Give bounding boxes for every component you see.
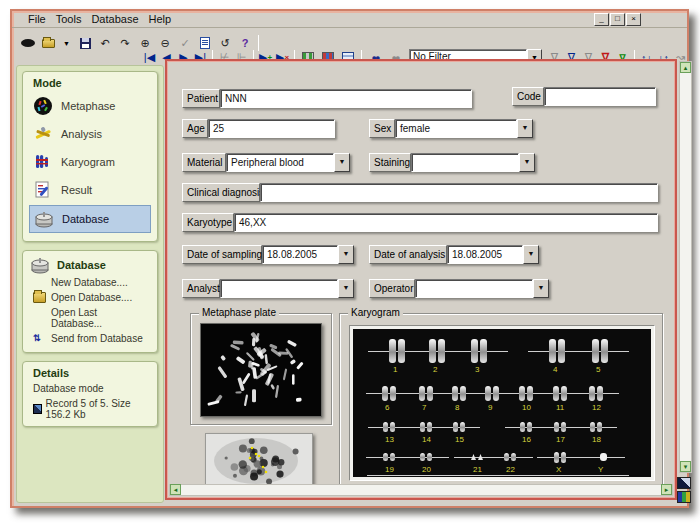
chromosome-pair[interactable] [554, 422, 566, 432]
minimize-button[interactable]: _ [594, 13, 609, 26]
chromosome [390, 422, 395, 432]
open-last-database-link[interactable]: Open Last Database... [29, 305, 151, 331]
sidebar-item-analysis[interactable]: Analysis [29, 121, 151, 147]
open-folder-icon[interactable] [39, 34, 57, 52]
chromosome [561, 452, 566, 463]
chromosome-pair[interactable] [504, 453, 516, 461]
chromosome [471, 454, 476, 460]
db-item-label: Send from Database [51, 333, 143, 344]
undo-icon[interactable]: ↶ [96, 34, 114, 52]
menu-help[interactable]: Help [149, 13, 172, 25]
chevron-down-icon[interactable]: ▼ [517, 119, 533, 138]
clinical-diagnosis-input[interactable] [260, 183, 658, 202]
age-input[interactable]: 25 [208, 119, 335, 138]
horizontal-scrollbar[interactable]: ◂ ▸ [169, 484, 673, 496]
scroll-up-icon[interactable]: ▴ [680, 62, 691, 73]
analyst-combo-value[interactable] [220, 279, 338, 298]
chromosome-pair[interactable] [420, 453, 432, 461]
code-input[interactable] [544, 87, 656, 106]
chevron-down-icon[interactable]: ▼ [533, 279, 549, 298]
menu-file[interactable]: File [28, 13, 46, 25]
sidebar-item-metaphase[interactable]: Metaphase [29, 93, 151, 119]
app-corner-icon[interactable] [677, 477, 691, 489]
chromosome [438, 339, 445, 363]
patient-input[interactable]: NNN [220, 89, 472, 108]
save-icon[interactable] [76, 34, 94, 52]
material-combo[interactable]: Peripheral blood ▼ [226, 153, 350, 172]
staining-combo[interactable]: ▼ [411, 153, 535, 172]
chromosome-pair[interactable] [429, 339, 445, 363]
metaphase-inverted-svg [206, 434, 312, 488]
chromosome [471, 339, 478, 363]
chromosome-pair[interactable] [554, 452, 566, 463]
material-combo-value[interactable]: Peripheral blood [226, 153, 334, 172]
close-button[interactable]: × [626, 13, 641, 26]
menu-database[interactable]: Database [91, 13, 138, 25]
date-of-analysis-value[interactable]: 18.08.2005 [447, 245, 523, 264]
sidebar-item-karyogram[interactable]: Karyogram [29, 149, 151, 175]
redo-icon[interactable]: ↷ [116, 34, 134, 52]
scroll-down-icon[interactable]: ▾ [680, 461, 691, 472]
analyst-combo[interactable]: ▼ [220, 279, 354, 298]
operator-combo-value[interactable] [415, 279, 533, 298]
chromosome-pair[interactable] [420, 422, 432, 432]
chromosome-pair[interactable] [383, 422, 395, 432]
chromosome-pair[interactable] [452, 386, 466, 401]
chromosome-pair[interactable] [471, 339, 487, 363]
sidebar-item-result[interactable]: Result [29, 177, 151, 203]
chromosome-pair[interactable] [519, 386, 533, 401]
open-database-link[interactable]: Open Database.... [29, 290, 151, 305]
operator-combo[interactable]: ▼ [415, 279, 549, 298]
sex-combo[interactable]: female ▼ [395, 119, 533, 138]
chromosome-pair[interactable] [592, 339, 608, 363]
chromosome-number: 10 [522, 403, 531, 412]
scroll-left-icon[interactable]: ◂ [170, 484, 181, 495]
date-of-analysis-combo[interactable]: 18.08.2005 ▼ [447, 245, 539, 264]
date-of-sampling-value[interactable]: 18.08.2005 [262, 245, 338, 264]
karyogram-image[interactable]: 12345678910111213141516171819202122XY [353, 329, 651, 477]
send-from-database-link[interactable]: ⇅ Send from Database [29, 331, 151, 346]
scroll-right-icon[interactable]: ▸ [661, 484, 672, 495]
operator-label: Operator [369, 279, 415, 298]
vertical-scrollbar[interactable]: ▴ ▾ [679, 61, 692, 473]
chromosome-pair[interactable] [549, 339, 565, 363]
chevron-down-icon[interactable]: ▼ [338, 279, 354, 298]
chromosome-pair[interactable] [520, 422, 532, 432]
staining-combo-value[interactable] [411, 153, 519, 172]
sex-combo-value[interactable]: female [395, 119, 517, 138]
status-corner-icon[interactable] [677, 491, 691, 503]
chromosome-pair[interactable] [589, 386, 603, 401]
chevron-down-icon[interactable]: ▼ [334, 153, 350, 172]
chromosome [480, 339, 487, 363]
chromosome-pair[interactable] [553, 386, 567, 401]
chromosome-pair[interactable] [590, 422, 602, 432]
analysis-icon [33, 124, 53, 144]
camera-icon[interactable] [19, 34, 37, 52]
chromosome-number: 20 [422, 465, 431, 474]
metaphase-inverted-image[interactable] [205, 433, 313, 489]
sidebar-item-database[interactable]: Database [29, 205, 151, 233]
chromosome-pair[interactable] [389, 339, 405, 363]
chromosome-pair[interactable] [471, 454, 483, 460]
chromosome-pair[interactable] [383, 453, 395, 461]
chevron-down-icon[interactable]: ▼ [523, 245, 539, 264]
patient-label: Patient [182, 89, 220, 108]
date-of-sampling-combo[interactable]: 18.08.2005 ▼ [262, 245, 354, 264]
chromosome-pair[interactable] [419, 386, 433, 401]
chromosome-pair[interactable] [485, 386, 499, 401]
maximize-button[interactable]: □ [610, 13, 625, 26]
chevron-down-icon[interactable]: ▼ [519, 153, 535, 172]
new-database-link[interactable]: New Database.... [29, 275, 151, 290]
chromosome-pair[interactable] [600, 453, 607, 461]
open-dropdown-icon[interactable]: ▼ [59, 34, 74, 52]
chromosome [553, 386, 559, 401]
chromosome-pair[interactable] [453, 422, 465, 432]
db-item-label: Open Last Database... [51, 307, 151, 329]
metaphase-image[interactable] [200, 323, 322, 417]
menu-tools[interactable]: Tools [56, 13, 82, 25]
chevron-down-icon[interactable]: ▼ [338, 245, 354, 264]
first-record-icon[interactable]: |◀ [142, 49, 157, 67]
chromosome-pair[interactable] [382, 386, 396, 401]
result-icon [33, 180, 53, 200]
karyotype-input[interactable]: 46,XX [234, 213, 658, 232]
